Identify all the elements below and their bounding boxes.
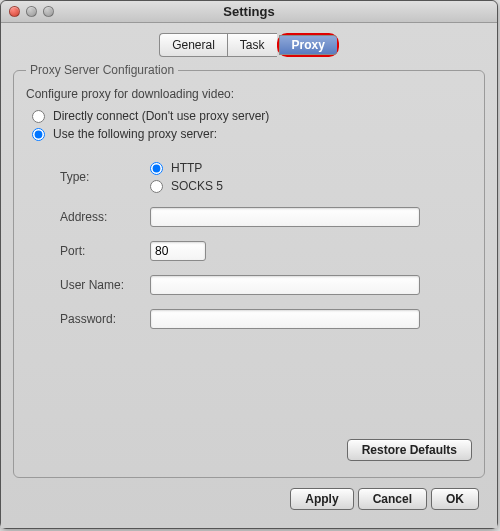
highlight-ring: Proxy xyxy=(277,33,339,57)
window-controls xyxy=(9,6,54,17)
tab-general[interactable]: General xyxy=(159,33,227,57)
radio-http[interactable] xyxy=(150,162,163,175)
tab-task[interactable]: Task xyxy=(227,33,277,57)
tab-proxy[interactable]: Proxy xyxy=(279,35,337,55)
type-socks5-option[interactable]: SOCKS 5 xyxy=(150,179,223,193)
type-label: Type: xyxy=(60,170,150,184)
close-icon[interactable] xyxy=(9,6,20,17)
proxy-groupbox: Proxy Server Configuration Configure pro… xyxy=(13,63,485,478)
option-direct-label: Directly connect (Don't use proxy server… xyxy=(53,109,269,123)
radio-socks5[interactable] xyxy=(150,180,163,193)
type-http-option[interactable]: HTTP xyxy=(150,161,223,175)
radio-direct[interactable] xyxy=(32,110,45,123)
type-http-label: HTTP xyxy=(171,161,202,175)
port-input[interactable] xyxy=(150,241,206,261)
tab-bar: General Task Proxy xyxy=(13,33,485,57)
groupbox-legend: Proxy Server Configuration xyxy=(26,63,178,77)
option-useproxy-label: Use the following proxy server: xyxy=(53,127,217,141)
restore-defaults-button[interactable]: Restore Defaults xyxy=(347,439,472,461)
cancel-button[interactable]: Cancel xyxy=(358,488,427,510)
address-input[interactable] xyxy=(150,207,420,227)
radio-useproxy[interactable] xyxy=(32,128,45,141)
groupbox-desc: Configure proxy for downloading video: xyxy=(26,87,472,101)
titlebar: Settings xyxy=(1,1,497,23)
password-input[interactable] xyxy=(150,309,420,329)
option-use-proxy[interactable]: Use the following proxy server: xyxy=(32,127,472,141)
window-title: Settings xyxy=(1,4,497,19)
zoom-icon[interactable] xyxy=(43,6,54,17)
content-area: General Task Proxy Proxy Server Configur… xyxy=(1,23,497,528)
username-label: User Name: xyxy=(60,278,150,292)
minimize-icon[interactable] xyxy=(26,6,37,17)
address-label: Address: xyxy=(60,210,150,224)
username-input[interactable] xyxy=(150,275,420,295)
port-label: Port: xyxy=(60,244,150,258)
dialog-footer: Apply Cancel OK xyxy=(13,478,485,516)
option-direct-connect[interactable]: Directly connect (Don't use proxy server… xyxy=(32,109,472,123)
apply-button[interactable]: Apply xyxy=(290,488,353,510)
proxy-form: Type: HTTP SOCKS 5 Address: xyxy=(60,161,472,343)
password-label: Password: xyxy=(60,312,150,326)
type-socks5-label: SOCKS 5 xyxy=(171,179,223,193)
settings-window: Settings General Task Proxy Proxy Server… xyxy=(0,0,498,529)
ok-button[interactable]: OK xyxy=(431,488,479,510)
